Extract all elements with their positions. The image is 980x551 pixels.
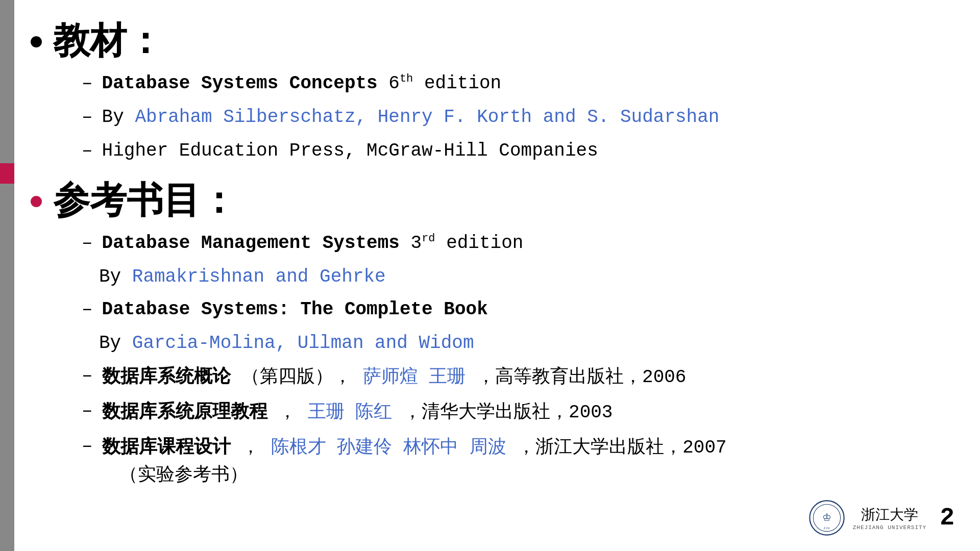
cn-end: ，高等教育出版社，2006	[477, 367, 686, 388]
item-text: Database Systems Concepts 6th edition	[102, 70, 960, 97]
authors-blue: Garcia-Molina, Ullman and Widom	[132, 333, 474, 354]
book-title: Database Systems: The Complete Book	[102, 299, 488, 320]
dash-icon: –	[82, 137, 93, 165]
slide-content: 教材： – Database Systems Concepts 6th edit…	[31, 20, 960, 505]
indent-by: By Ramakrishnan and Gehrke	[82, 263, 960, 291]
item-text: By Abraham Silberschatz, Henry F. Korth …	[102, 104, 960, 131]
list-item: – Database Systems: The Complete Book	[82, 296, 960, 323]
cn-authors: 萨师煊 王珊	[363, 367, 466, 388]
by-prefix: By	[99, 333, 132, 354]
list-item: – 数据库系统概论 （第四版）， 萨师煊 王珊 ，高等教育出版社，2006	[82, 362, 960, 391]
cn-book-title: 数据库系统概论	[102, 365, 231, 386]
zju-name-block: 浙江大学 ZHEJIANG UNIVERSITY	[853, 505, 926, 531]
section2-items: – Database Management Systems 3rd editio…	[31, 230, 960, 489]
item-text: 数据库系统概论 （第四版）， 萨师煊 王珊 ，高等教育出版社，2006	[102, 362, 960, 391]
publisher-text: Higher Education Press, McGraw-Hill Comp…	[102, 137, 960, 165]
dash-icon: –	[82, 70, 93, 97]
dash-icon: –	[82, 362, 93, 390]
section2-heading: 参考书目：	[31, 180, 960, 220]
list-item: – Database Systems Concepts 6th edition	[82, 70, 960, 97]
item-text: Database Systems: The Complete Book	[102, 296, 960, 323]
cn-end: ，清华大学出版社，2003	[403, 402, 612, 423]
list-item: – By Abraham Silberschatz, Henry F. Kort…	[82, 104, 960, 131]
book-title: Database Systems Concepts	[102, 73, 378, 94]
list-item: – 数据库课程设计 ， 陈根才 孙建伶 林怀中 周波 ，浙江大学出版社，2007…	[82, 433, 960, 489]
cn-rest: （第四版），	[241, 367, 352, 388]
section1-items: – Database Systems Concepts 6th edition …	[31, 70, 960, 165]
left-bar-bot	[0, 184, 14, 551]
cn-book-title: 数据库课程设计	[102, 436, 231, 457]
section2-title: 参考书目：	[53, 180, 237, 220]
cn-book-title: 数据库系统原理教程	[102, 400, 267, 421]
svg-text:ZJU: ZJU	[824, 527, 830, 530]
list-item: – Higher Education Press, McGraw-Hill Co…	[82, 137, 960, 165]
zju-logo-icon: ♔ ZJU	[809, 500, 845, 536]
indent-by: By Garcia-Molina, Ullman and Widom	[82, 330, 960, 357]
cn-authors: 王珊 陈红	[308, 402, 393, 423]
dash-icon: –	[82, 296, 93, 323]
zju-name-cn: 浙江大学	[861, 505, 918, 524]
cn-rest: ，	[241, 437, 260, 458]
by-prefix: By	[102, 107, 135, 128]
dash-icon: –	[82, 433, 93, 460]
list-item: – 数据库系统原理教程 ， 王珊 陈红 ，清华大学出版社，2003	[82, 397, 960, 427]
cn-rest: ，	[278, 402, 297, 423]
item-text: Database Management Systems 3rd edition	[102, 230, 960, 257]
section1-heading: 教材：	[31, 20, 960, 61]
authors-text: Abraham Silberschatz, Henry F. Korth and…	[135, 107, 719, 128]
svg-text:♔: ♔	[822, 512, 831, 523]
cn-sub: （实验参考书）	[102, 465, 248, 486]
left-bar-top	[0, 0, 14, 163]
page-number: 2	[940, 504, 954, 532]
edition-text: 3rd edition	[411, 233, 524, 254]
by-prefix: By	[99, 266, 132, 287]
section1-title: 教材：	[53, 20, 163, 61]
edition-text: 6th edition	[388, 73, 501, 94]
left-bar-mid	[0, 163, 14, 184]
cn-end: ，浙江大学出版社，2007	[517, 437, 726, 458]
item-text: 数据库课程设计 ， 陈根才 孙建伶 林怀中 周波 ，浙江大学出版社，2007 （…	[102, 433, 960, 489]
left-accent-bar	[0, 0, 14, 551]
dash-icon: –	[82, 230, 93, 257]
list-item: – Database Management Systems 3rd editio…	[82, 230, 960, 257]
item-text: 数据库系统原理教程 ， 王珊 陈红 ，清华大学出版社，2003	[102, 397, 960, 427]
book-title: Database Management Systems	[102, 233, 400, 254]
zju-name-en: ZHEJIANG UNIVERSITY	[853, 524, 926, 531]
dash-icon: –	[82, 397, 93, 425]
authors-blue: Ramakrishnan and Gehrke	[132, 266, 386, 287]
cn-authors: 陈根才 孙建伶 林怀中 周波	[271, 437, 506, 458]
bullet-2	[31, 196, 42, 207]
bullet-1	[31, 36, 42, 47]
dash-icon: –	[82, 104, 93, 131]
footer: ♔ ZJU 浙江大学 ZHEJIANG UNIVERSITY 2	[809, 500, 954, 536]
